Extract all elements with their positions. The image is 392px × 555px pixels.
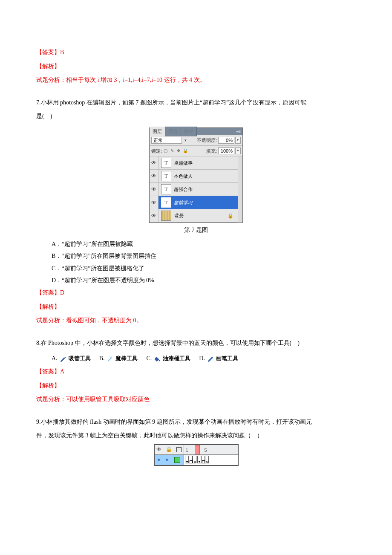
q8-letter: D. [199,353,205,364]
q7-option-d: D．“超前学习”所在图层不透明度为 0% [52,275,356,286]
q9-stem-line1: 9.小林播放其做好的 flash 动画时的界面如第 9 题图所示，发现某个动画在… [36,416,356,428]
eyedropper-icon [60,356,66,362]
ps-lock-row: 锁定: ▢ ✎ ✥ 🔒 填充: 100% ▸ [150,146,242,156]
ps-lock-icon: 🔒 [228,211,233,220]
ps-text-thumb-icon: T [161,184,171,194]
ps-bg-thumb-icon [161,211,171,221]
q7-answer: 【答案】D [36,287,356,299]
ps-tab-paths: 路径 [181,127,197,136]
q8-letter: C. [146,353,152,364]
fl-blank-keyframe-icon [205,456,209,463]
q8-tool-name: 油漆桶工具 [163,353,190,364]
svg-point-0 [159,360,160,361]
q8-letter: B. [99,353,105,364]
ps-tab-channels: 通道 [165,127,181,136]
ps-blend-mode: 正常 [151,137,182,144]
fl-frame-cell [189,456,193,463]
brush-icon [207,356,214,362]
q8-analysis-text: 试题分析：可以使用吸管工具吸取对应颜色 [36,394,356,405]
q7-analysis-text: 试题分析：看截图可知，不透明度为 0。 [36,315,356,327]
ps-text-thumb-icon: T [161,197,171,208]
q6-analysis-text: 试题分析：相当于每次 i 增加 3，i=1,i=4,i=7,i=10 运行，共 … [36,75,356,86]
flash-timeline-panel: 👁 🔒 1 5 [154,444,239,466]
ps-layer-row: 👁 背景 🔒 [150,209,238,223]
q7-figure: 图层 通道 路径 ▾≡ 正常 不透明度: 0% ▸ 锁定: ▢ ✎ ✥ 🔒 填充… [36,125,356,225]
fl-frame-cell [201,456,205,463]
ps-layer-row: 👁 T 本色做人 [150,170,238,183]
q8-option-a: A. 吸管工具 [52,353,91,364]
q7-stem-line1: 7.小林用 photoshop 在编辑图片，如第 7 题图所示，当前图片上“超前… [36,97,356,109]
fl-lock-icon: 🔒 [166,445,172,454]
q8-option-b: B. 魔棒工具 [99,353,138,364]
ps-fill-arrow-icon: ▸ [235,147,241,154]
fl-layer-row-left [155,455,184,465]
q7-option-a: A．“超前学习”所在图层被隐藏 [52,239,356,250]
ps-eye-icon: 👁 [150,209,159,222]
q7-option-c: C．“超前学习”所在图层被栅格化了 [52,263,356,275]
fl-frame-ruler: 1 5 [184,445,238,454]
ps-layer-row-selected: 👁 T 超前学习 [150,196,238,209]
magic-wand-icon [107,356,113,362]
ps-eye-icon: 👁 [150,170,159,182]
q8-analysis-label: 【解析】 [36,380,356,392]
fl-keyframe-icon [185,456,189,463]
fl-frame-number: 5 [205,446,207,455]
fl-outline-icon [176,447,182,452]
fl-eye-icon: 👁 [156,445,161,454]
fl-frames-area [184,455,238,465]
fl-playhead-icon [195,445,200,454]
ps-lock-label: 锁定: [151,147,162,156]
ps-tabs: 图层 通道 路径 ▾≡ [150,128,242,135]
q8-option-c: C. 油漆桶工具 [146,353,190,364]
ps-blend-row: 正常 不透明度: 0% ▸ [150,135,242,146]
q8-tool-name: 吸管工具 [69,353,91,364]
ps-opacity-value: 0% [218,137,234,144]
ps-layer-row: 👁 T 超强合作 [150,183,238,196]
q8-letter: A. [52,353,58,364]
q8-answer: 【答案】A [36,366,356,378]
ps-layer-name: 卓越做事 [174,159,193,168]
q9-figure: 👁 🔒 1 5 [36,444,356,466]
paint-bucket-icon [154,356,161,362]
ps-text-thumb-icon: T [161,158,171,168]
fl-keyframe-icon [197,456,201,463]
q7-stem-line2: 是( ) [36,111,356,122]
ps-fill-value: 100% [218,147,234,154]
ps-opacity-arrow-icon: ▸ [235,137,241,144]
fl-dot-icon [158,459,160,461]
q8-tool-name: 画笔工具 [216,353,238,364]
ps-layer-name: 超前学习 [174,198,193,207]
q7-caption: 第 7 题图 [36,225,356,236]
q8-tool-name: 魔棒工具 [115,353,138,364]
q6-answer: 【答案】B [36,47,356,58]
ps-layer-row: 👁 T 卓越做事 [150,156,238,170]
ps-layers-panel: 图层 通道 路径 ▾≡ 正常 不透明度: 0% ▸ 锁定: ▢ ✎ ✥ 🔒 填充… [149,127,243,223]
ps-layer-name: 本色做人 [174,172,193,181]
fl-color-swatch-icon [174,457,180,463]
q7-option-b: B．“超前学习”所在图层被背景图层挡住 [52,251,356,262]
q9-stem-line2: 件，发现该元件第 3 帧上为空白关键帧，此时他可以做怎样的操作来解决该问题（ ） [36,430,356,442]
ps-lock-icons: ▢ ✎ ✥ 🔒 [164,147,189,155]
ps-eye-icon: 👁 [150,196,159,209]
ps-scrollbar [238,156,242,223]
q8-option-d: D. 画笔工具 [199,353,238,364]
fl-blank-keyframe-icon [193,456,196,463]
q7-analysis-label: 【解析】 [36,301,356,313]
q6-analysis-label: 【解析】 [36,61,356,72]
q8-options-row: A. 吸管工具 B. 魔棒工具 C. 油漆桶工具 D. [36,351,356,366]
ps-eye-icon: 👁 [150,183,159,196]
ps-eye-icon: 👁 [150,156,159,169]
ps-layer-name: 超强合作 [174,185,193,194]
ps-panel-menu-icon: ▾≡ [236,127,242,136]
q8-stem: 8.在 Photoshop 中，小林在选择文字颜色时，想选择背景中的蓝天的颜色，… [36,338,356,349]
ps-tab-layers: 图层 [150,127,165,136]
fl-header-icons: 👁 🔒 [155,445,184,454]
ps-fill-label: 填充: [206,147,217,156]
fl-dot-icon [166,459,168,461]
ps-text-thumb-icon: T [161,171,171,181]
fl-frame-number: 1 [186,446,188,455]
ps-opacity-label: 不透明度: [197,136,217,145]
ps-layer-name: 背景 [174,211,183,220]
